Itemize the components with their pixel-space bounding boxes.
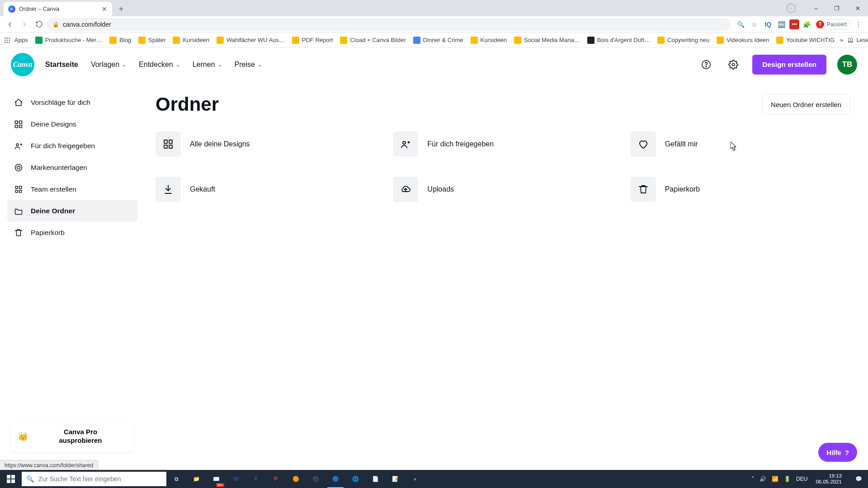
zoom-icon[interactable]: 🔍 <box>735 19 747 30</box>
sidebar-item-trash[interactable]: Papierkorb <box>7 222 137 244</box>
browser-tab-active[interactable]: C Ordner – Canva ✕ <box>4 2 112 16</box>
bookmark-label: Youtube WICHTIG <box>786 37 835 43</box>
nav-forward-button[interactable] <box>18 18 31 31</box>
app-orange-icon[interactable]: 🟠 <box>286 470 306 488</box>
bookmark-item[interactable]: PDF Report <box>288 34 337 47</box>
folder-card-share[interactable]: Für dich freigegeben <box>393 128 612 160</box>
bookmark-item[interactable]: Copywriting neu <box>654 34 713 47</box>
new-tab-button[interactable]: + <box>115 3 127 15</box>
chrome-profile-chip[interactable]: T Pausiert <box>815 19 851 30</box>
word-icon[interactable]: W <box>226 470 246 488</box>
chrome-account-icon[interactable]: ◦ <box>787 4 796 13</box>
help-icon[interactable] <box>698 56 714 73</box>
window-minimize-button[interactable]: – <box>806 0 826 16</box>
bookmark-item[interactable]: Kursideen <box>467 34 511 47</box>
bookmark-star-icon[interactable]: ☆ <box>749 19 760 30</box>
settings-gear-icon[interactable] <box>725 56 741 73</box>
nav-pricing[interactable]: Preise⌄ <box>235 61 262 69</box>
bookmark-item[interactable]: Bois d'Argent Duft… <box>584 34 654 47</box>
reading-list-button[interactable]: 🕮 Leseliste <box>844 37 868 43</box>
apps-label[interactable]: Apps <box>12 37 31 43</box>
chevron-down-icon: ⌄ <box>218 62 222 68</box>
window-close-button[interactable]: ✕ <box>847 0 868 16</box>
extension-lastpass-icon[interactable]: ••• <box>789 19 799 29</box>
sidebar-item-label: Vorschläge für dich <box>31 99 90 107</box>
file-explorer-icon[interactable]: 📁 <box>186 470 206 488</box>
bookmark-item[interactable]: Social Media Mana… <box>510 34 584 47</box>
sidebar-item-home[interactable]: Vorschläge für dich <box>7 92 137 113</box>
bookmark-item[interactable]: Später <box>135 34 169 47</box>
profile-state-label: Pausiert <box>827 21 847 28</box>
brand-icon <box>14 163 24 172</box>
extension-iq-icon[interactable]: IQ <box>762 19 774 30</box>
folder-card-trash[interactable]: Papierkorb <box>631 173 850 206</box>
bookmarks-overflow-icon[interactable]: » <box>840 37 843 43</box>
task-view-icon[interactable]: ⧉ <box>166 470 186 488</box>
action-center-icon[interactable]: 💬 <box>849 470 868 488</box>
user-avatar[interactable]: TB <box>837 55 857 75</box>
cloud-icon <box>393 177 418 202</box>
nav-back-button[interactable] <box>4 18 16 31</box>
canva-pro-card[interactable]: 👑 Canva Pro ausprobieren <box>11 421 134 452</box>
nav-learn[interactable]: Lernen⌄ <box>193 61 222 69</box>
edge-icon[interactable]: 🌐 <box>345 470 365 488</box>
sidebar-item-folder[interactable]: Deine Ordner <box>7 200 137 222</box>
nav-discover[interactable]: Entdecken⌄ <box>139 61 180 69</box>
folder-card-cloud[interactable]: Uploads <box>393 173 612 206</box>
url-text: canva.com/folder <box>63 21 111 28</box>
bookmark-label: Copywriting neu <box>667 37 709 43</box>
sidebar-item-grid[interactable]: Deine Designs <box>7 113 137 135</box>
excel-icon[interactable]: X <box>246 470 266 488</box>
folder-card-grid[interactable]: Alle deine Designs <box>156 128 375 160</box>
bookmark-item[interactable]: Cload + Canva Bilder <box>336 34 409 47</box>
extension-translate-icon[interactable]: 🔤 <box>776 19 788 30</box>
obs-icon[interactable]: ⚫ <box>306 470 326 488</box>
tab-bar: C Ordner – Canva ✕ + ◦ – ❐ ✕ <box>0 0 868 16</box>
tab-close-icon[interactable]: ✕ <box>101 6 108 12</box>
nav-templates[interactable]: Vorlagen⌄ <box>91 61 126 69</box>
tray-wifi-icon[interactable]: 📶 <box>772 476 778 482</box>
tray-chevron-icon[interactable]: ˄ <box>751 476 754 482</box>
tray-language[interactable]: DEU <box>796 476 807 482</box>
bookmark-item[interactable]: Kursideen <box>169 34 213 47</box>
app-generic1-icon[interactable]: 📄 <box>365 470 385 488</box>
bookmark-item[interactable]: Produktsuche - Mer… <box>32 34 106 47</box>
tray-battery-icon[interactable]: 🔋 <box>784 476 791 482</box>
omnibox[interactable]: 🔒 canva.com/folder <box>47 18 731 31</box>
apps-grid-icon[interactable] <box>4 34 11 47</box>
nav-home[interactable]: Startseite <box>45 61 78 69</box>
folder-card-download[interactable]: Gekauft <box>156 173 375 206</box>
create-design-button[interactable]: Design erstellen <box>752 55 826 75</box>
new-folder-button[interactable]: Neuen Ordner erstellen <box>762 94 850 114</box>
powerpoint-icon[interactable]: P <box>266 470 286 488</box>
taskbar-clock[interactable]: 19:13 06.05.2021 <box>813 473 844 485</box>
tab-title: Ordner – Canva <box>19 6 98 12</box>
bookmark-item[interactable]: Blog <box>106 34 135 47</box>
start-button[interactable] <box>0 470 22 488</box>
bookmark-item[interactable]: Wahlfächer WU Aus… <box>213 34 288 47</box>
chrome-icon[interactable]: 🔵 <box>326 470 345 488</box>
canva-logo[interactable]: Canva <box>11 53 34 76</box>
sidebar-item-brand[interactable]: Markenunterlagen <box>7 157 137 178</box>
nav-reload-button[interactable] <box>33 18 45 31</box>
bookmark-item[interactable]: Videokurs Ideen <box>713 34 773 47</box>
sidebar-item-label: Deine Designs <box>31 120 76 128</box>
extensions-menu-icon[interactable]: 🧩 <box>801 19 813 30</box>
taskbar-search[interactable]: 🔍 Zur Suche Text hier eingeben <box>22 472 166 486</box>
mail-icon[interactable]: ✉️ 99+ <box>206 470 226 488</box>
spotify-icon[interactable]: ● <box>405 470 425 488</box>
bookmark-item[interactable]: Dinner & Crime <box>410 34 467 47</box>
sidebar-item-label: Markenunterlagen <box>31 164 87 172</box>
tray-volume-icon[interactable]: 🔊 <box>760 476 766 482</box>
chrome-menu-icon[interactable]: ⋮ <box>853 19 864 30</box>
app-generic2-icon[interactable]: 📝 <box>385 470 405 488</box>
bookmark-label: Cload + Canva Bilder <box>350 37 406 43</box>
svg-point-18 <box>17 166 20 169</box>
folder-card-heart[interactable]: Gefällt mir <box>631 128 850 160</box>
sidebar-item-share[interactable]: Für dich freigegeben <box>7 135 137 157</box>
bookmark-item[interactable]: Youtube WICHTIG <box>773 34 838 47</box>
window-maximize-button[interactable]: ❐ <box>826 0 847 16</box>
help-fab[interactable]: Hilfe ? <box>818 443 857 462</box>
sidebar-item-team[interactable]: Team erstellen <box>7 178 137 200</box>
heart-icon <box>631 131 656 157</box>
